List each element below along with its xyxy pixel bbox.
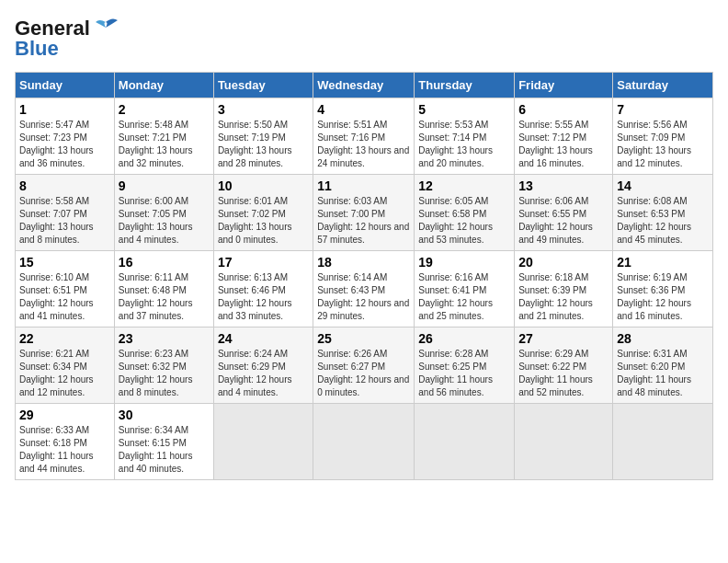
day-number: 18 (317, 255, 410, 270)
day-info: Sunrise: 5:56 AMSunset: 7:09 PMDaylight:… (617, 119, 709, 170)
header-saturday: Saturday (613, 73, 713, 98)
logo-bird-icon (92, 15, 119, 42)
calendar-cell (515, 404, 613, 480)
calendar-cell: 2Sunrise: 5:48 AMSunset: 7:21 PMDaylight… (114, 98, 213, 175)
day-number: 4 (317, 102, 410, 117)
calendar-week-3: 15Sunrise: 6:10 AMSunset: 6:51 PMDayligh… (16, 251, 713, 327)
day-number: 15 (19, 255, 110, 270)
calendar-cell: 19Sunrise: 6:16 AMSunset: 6:41 PMDayligh… (415, 251, 515, 327)
calendar-cell: 23Sunrise: 6:23 AMSunset: 6:32 PMDayligh… (114, 327, 213, 404)
day-info: Sunrise: 6:16 AMSunset: 6:41 PMDaylight:… (418, 271, 510, 323)
day-number: 1 (19, 102, 110, 117)
header-thursday: Thursday (415, 73, 515, 98)
day-info: Sunrise: 6:28 AMSunset: 6:25 PMDaylight:… (418, 348, 510, 399)
day-info: Sunrise: 6:34 AMSunset: 6:15 PMDaylight:… (119, 424, 210, 476)
day-info: Sunrise: 6:18 AMSunset: 6:39 PMDaylight:… (518, 271, 609, 323)
calendar-cell (213, 404, 313, 480)
day-number: 19 (418, 255, 510, 270)
calendar-cell: 5Sunrise: 5:53 AMSunset: 7:14 PMDaylight… (415, 98, 515, 175)
day-number: 20 (518, 255, 609, 270)
logo: General Blue (15, 15, 119, 61)
day-number: 25 (317, 331, 410, 346)
calendar-cell (415, 404, 515, 480)
day-info: Sunrise: 5:51 AMSunset: 7:16 PMDaylight:… (317, 119, 410, 170)
day-number: 17 (218, 255, 309, 270)
calendar-cell: 16Sunrise: 6:11 AMSunset: 6:48 PMDayligh… (114, 251, 213, 327)
day-info: Sunrise: 6:06 AMSunset: 6:55 PMDaylight:… (518, 195, 609, 247)
calendar-cell: 29Sunrise: 6:33 AMSunset: 6:18 PMDayligh… (16, 404, 115, 480)
calendar-cell: 6Sunrise: 5:55 AMSunset: 7:12 PMDaylight… (515, 98, 613, 175)
day-info: Sunrise: 5:47 AMSunset: 7:23 PMDaylight:… (19, 119, 110, 170)
day-number: 29 (19, 408, 110, 422)
calendar-cell: 13Sunrise: 6:06 AMSunset: 6:55 PMDayligh… (515, 175, 613, 251)
day-info: Sunrise: 5:55 AMSunset: 7:12 PMDaylight:… (518, 119, 609, 170)
calendar-cell: 4Sunrise: 5:51 AMSunset: 7:16 PMDaylight… (313, 98, 415, 175)
calendar-cell: 20Sunrise: 6:18 AMSunset: 6:39 PMDayligh… (515, 251, 613, 327)
calendar-cell: 30Sunrise: 6:34 AMSunset: 6:15 PMDayligh… (114, 404, 213, 480)
day-number: 3 (218, 102, 309, 117)
calendar-cell (613, 404, 713, 480)
day-info: Sunrise: 6:03 AMSunset: 7:00 PMDaylight:… (317, 195, 410, 247)
calendar-cell: 14Sunrise: 6:08 AMSunset: 6:53 PMDayligh… (613, 175, 713, 251)
day-info: Sunrise: 6:29 AMSunset: 6:22 PMDaylight:… (518, 348, 609, 399)
header-friday: Friday (515, 73, 613, 98)
day-number: 16 (119, 255, 210, 270)
header-wednesday: Wednesday (313, 73, 415, 98)
day-info: Sunrise: 5:53 AMSunset: 7:14 PMDaylight:… (418, 119, 510, 170)
day-info: Sunrise: 6:08 AMSunset: 6:53 PMDaylight:… (617, 195, 709, 247)
calendar-cell: 25Sunrise: 6:26 AMSunset: 6:27 PMDayligh… (313, 327, 415, 404)
day-number: 26 (418, 331, 510, 346)
day-info: Sunrise: 5:50 AMSunset: 7:19 PMDaylight:… (218, 119, 309, 170)
day-number: 14 (617, 178, 709, 193)
calendar-cell: 26Sunrise: 6:28 AMSunset: 6:25 PMDayligh… (415, 327, 515, 404)
page-header: General Blue (15, 15, 713, 61)
day-number: 27 (518, 331, 609, 346)
calendar-cell: 3Sunrise: 5:50 AMSunset: 7:19 PMDaylight… (213, 98, 313, 175)
day-number: 24 (218, 331, 309, 346)
day-number: 23 (119, 331, 210, 346)
calendar-cell: 10Sunrise: 6:01 AMSunset: 7:02 PMDayligh… (213, 175, 313, 251)
day-info: Sunrise: 6:11 AMSunset: 6:48 PMDaylight:… (119, 271, 210, 323)
header-sunday: Sunday (16, 73, 115, 98)
day-number: 21 (617, 255, 709, 270)
calendar-week-2: 8Sunrise: 5:58 AMSunset: 7:07 PMDaylight… (16, 175, 713, 251)
day-info: Sunrise: 6:21 AMSunset: 6:34 PMDaylight:… (19, 348, 110, 399)
day-info: Sunrise: 6:19 AMSunset: 6:36 PMDaylight:… (617, 271, 709, 323)
day-number: 13 (518, 178, 609, 193)
calendar-cell: 12Sunrise: 6:05 AMSunset: 6:58 PMDayligh… (415, 175, 515, 251)
day-info: Sunrise: 6:05 AMSunset: 6:58 PMDaylight:… (418, 195, 510, 247)
calendar-cell: 28Sunrise: 6:31 AMSunset: 6:20 PMDayligh… (613, 327, 713, 404)
day-info: Sunrise: 6:33 AMSunset: 6:18 PMDaylight:… (19, 424, 110, 476)
day-info: Sunrise: 6:13 AMSunset: 6:46 PMDaylight:… (218, 271, 309, 323)
calendar-cell: 9Sunrise: 6:00 AMSunset: 7:05 PMDaylight… (114, 175, 213, 251)
calendar-cell: 21Sunrise: 6:19 AMSunset: 6:36 PMDayligh… (613, 251, 713, 327)
calendar-cell: 17Sunrise: 6:13 AMSunset: 6:46 PMDayligh… (213, 251, 313, 327)
day-info: Sunrise: 6:14 AMSunset: 6:43 PMDaylight:… (317, 271, 410, 323)
day-info: Sunrise: 6:31 AMSunset: 6:20 PMDaylight:… (617, 348, 709, 399)
day-info: Sunrise: 6:00 AMSunset: 7:05 PMDaylight:… (119, 195, 210, 247)
calendar-cell: 8Sunrise: 5:58 AMSunset: 7:07 PMDaylight… (16, 175, 115, 251)
day-number: 12 (418, 178, 510, 193)
header-tuesday: Tuesday (213, 73, 313, 98)
day-info: Sunrise: 6:01 AMSunset: 7:02 PMDaylight:… (218, 195, 309, 247)
calendar-cell (313, 404, 415, 480)
header-monday: Monday (114, 73, 213, 98)
day-info: Sunrise: 6:24 AMSunset: 6:29 PMDaylight:… (218, 348, 309, 399)
day-info: Sunrise: 5:58 AMSunset: 7:07 PMDaylight:… (19, 195, 110, 247)
calendar-week-5: 29Sunrise: 6:33 AMSunset: 6:18 PMDayligh… (16, 404, 713, 480)
day-number: 9 (119, 178, 210, 193)
day-info: Sunrise: 6:26 AMSunset: 6:27 PMDaylight:… (317, 348, 410, 399)
calendar-cell: 15Sunrise: 6:10 AMSunset: 6:51 PMDayligh… (16, 251, 115, 327)
day-number: 5 (418, 102, 510, 117)
day-number: 22 (19, 331, 110, 346)
day-info: Sunrise: 5:48 AMSunset: 7:21 PMDaylight:… (119, 119, 210, 170)
calendar-cell: 11Sunrise: 6:03 AMSunset: 7:00 PMDayligh… (313, 175, 415, 251)
calendar-cell: 1Sunrise: 5:47 AMSunset: 7:23 PMDaylight… (16, 98, 115, 175)
day-info: Sunrise: 6:23 AMSunset: 6:32 PMDaylight:… (119, 348, 210, 399)
day-number: 11 (317, 178, 410, 193)
calendar-cell: 7Sunrise: 5:56 AMSunset: 7:09 PMDaylight… (613, 98, 713, 175)
day-number: 6 (518, 102, 609, 117)
calendar-cell: 22Sunrise: 6:21 AMSunset: 6:34 PMDayligh… (16, 327, 115, 404)
day-info: Sunrise: 6:10 AMSunset: 6:51 PMDaylight:… (19, 271, 110, 323)
day-number: 8 (19, 178, 110, 193)
